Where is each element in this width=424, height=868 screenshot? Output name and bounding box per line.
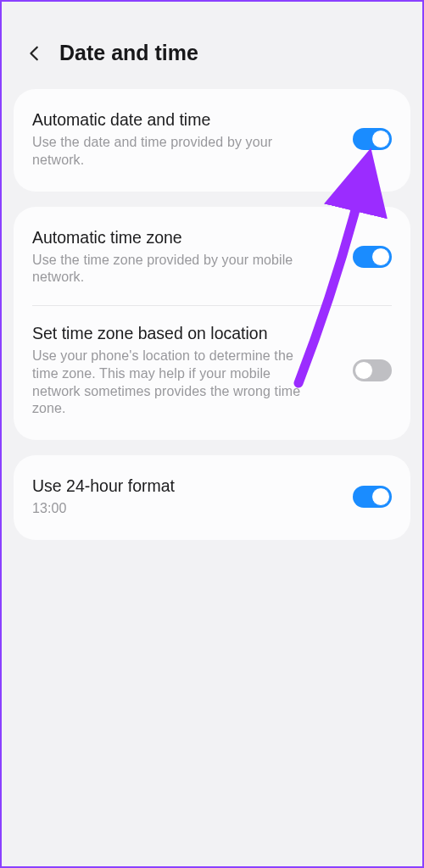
row-text: Set time zone based on location Use your… — [32, 323, 341, 418]
row-subtitle: 13:00 — [32, 500, 312, 518]
toggle-knob — [371, 130, 390, 148]
row-text: Use 24-hour format 13:00 — [32, 476, 341, 518]
row-title: Set time zone based on location — [32, 323, 341, 344]
row-subtitle: Use your phone's location to determine t… — [32, 348, 312, 418]
setting-row-time-zone-by-location[interactable]: Set time zone based on location Use your… — [14, 306, 410, 437]
automatic-date-time-toggle[interactable] — [353, 128, 392, 150]
row-text: Automatic date and time Use the date and… — [32, 109, 341, 170]
row-text: Automatic time zone Use the time zone pr… — [32, 227, 341, 287]
settings-card: Automatic time zone Use the time zone pr… — [14, 207, 410, 441]
use-24-hour-format-toggle[interactable] — [353, 486, 392, 508]
row-title: Use 24-hour format — [32, 476, 341, 497]
automatic-time-zone-toggle[interactable] — [353, 246, 392, 268]
row-title: Automatic date and time — [32, 109, 341, 131]
setting-row-24-hour-format[interactable]: Use 24-hour format 13:00 — [14, 459, 410, 537]
row-subtitle: Use the time zone provided by your mobil… — [32, 252, 312, 287]
back-button[interactable] — [25, 44, 44, 63]
page-title: Date and time — [59, 41, 198, 65]
row-title: Automatic time zone — [32, 227, 341, 248]
setting-row-automatic-date-time[interactable]: Automatic date and time Use the date and… — [14, 92, 410, 188]
settings-card: Use 24-hour format 13:00 — [14, 455, 410, 540]
settings-card: Automatic date and time Use the date and… — [14, 89, 410, 192]
toggle-knob — [371, 248, 390, 266]
chevron-left-icon — [25, 44, 44, 63]
toggle-knob — [354, 361, 373, 380]
time-zone-by-location-toggle[interactable] — [353, 359, 392, 381]
row-subtitle: Use the date and time provided by your n… — [32, 134, 312, 170]
header: Date and time — [14, 17, 410, 89]
toggle-knob — [371, 487, 390, 506]
setting-row-automatic-time-zone[interactable]: Automatic time zone Use the time zone pr… — [14, 210, 410, 306]
